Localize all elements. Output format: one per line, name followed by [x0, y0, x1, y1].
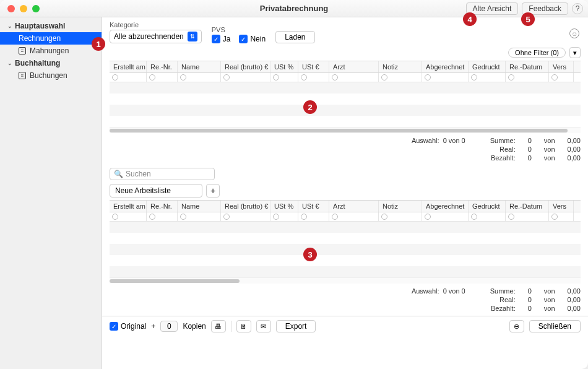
col-notiz[interactable]: Notiz	[379, 61, 422, 72]
search-icon	[112, 74, 118, 80]
mail-button[interactable]: ✉	[256, 320, 271, 332]
annotation-badge-3: 3	[303, 248, 317, 261]
col-ustp[interactable]: USt %	[270, 61, 298, 72]
horizontal-scrollbar[interactable]	[110, 127, 581, 133]
filter-cell[interactable]	[379, 73, 422, 82]
filter-cell[interactable]	[178, 73, 221, 82]
lower-summary: Auswahl: 0 von 0 Summe: 0 von 0,00 Real:…	[102, 284, 588, 316]
sidebar-item-label: Rechnungen	[19, 34, 61, 43]
search-input[interactable]: 🔍 Suchen	[110, 168, 215, 180]
filter-cell[interactable]	[221, 212, 270, 221]
col-erstellt[interactable]: Erstellt am	[110, 61, 147, 72]
col-gedr[interactable]: Gedruckt	[469, 61, 506, 72]
sidebar-item-label: Mahnungen	[30, 46, 69, 55]
filter-cell[interactable]	[270, 73, 298, 82]
bezahlt-label: Bezahlt:	[490, 305, 516, 312]
col-vers[interactable]: Vers	[549, 61, 574, 72]
col-real[interactable]: Real (brutto) €	[221, 61, 270, 72]
search-icon	[180, 214, 186, 220]
filter-cell[interactable]	[506, 212, 549, 221]
col-name[interactable]: Name	[178, 61, 221, 72]
sidebar-item-buchungen[interactable]: ≡ Buchungen	[0, 69, 102, 82]
filter-icon[interactable]: ▾	[569, 47, 581, 58]
filter-cell[interactable]	[422, 212, 469, 221]
search-icon	[332, 74, 338, 80]
col-uste[interactable]: USt €	[298, 61, 329, 72]
col-arzt[interactable]: Arzt	[329, 61, 379, 72]
filter-cell[interactable]	[549, 212, 574, 221]
sidebar-item-rechnungen[interactable]: Rechnungen	[0, 32, 102, 45]
col-gedr[interactable]: Gedruckt	[469, 201, 506, 212]
filter-cell[interactable]	[549, 73, 574, 82]
filter-cell[interactable]	[147, 73, 178, 82]
search-icon	[425, 214, 431, 220]
col-name[interactable]: Name	[178, 201, 221, 212]
pvs-nein-checkbox[interactable]: ✓ Nein	[239, 35, 266, 43]
original-checkbox[interactable]: ✓ Original	[110, 322, 146, 331]
pvs-ja-checkbox[interactable]: ✓ Ja	[212, 35, 231, 43]
sidebar-group-buchhaltung[interactable]: ⌄ Buchhaltung	[0, 57, 102, 69]
worklist-input[interactable]	[110, 184, 202, 198]
col-ustp[interactable]: USt %	[270, 201, 298, 212]
filter-cell[interactable]	[110, 73, 147, 82]
filter-cell[interactable]	[298, 73, 329, 82]
col-notiz[interactable]: Notiz	[379, 201, 422, 212]
smiley-icon[interactable]: ☺	[569, 28, 579, 38]
filter-cell[interactable]	[147, 212, 178, 221]
sidebar-item-mahnungen[interactable]: ≡ Mahnungen	[0, 45, 102, 57]
scrollbar-thumb[interactable]	[110, 279, 240, 283]
checkbox-label: Nein	[250, 35, 266, 43]
kategorie-select[interactable]: Alle abzurechnenden ⇅	[110, 30, 202, 43]
add-worklist-button[interactable]: +	[206, 184, 220, 198]
search-icon	[301, 74, 307, 80]
kopien-input[interactable]	[160, 321, 178, 332]
help-button[interactable]: ?	[572, 3, 583, 14]
col-redat[interactable]: Re.-Datum	[506, 61, 549, 72]
filter-cell[interactable]	[469, 73, 506, 82]
col-vers[interactable]: Vers	[549, 201, 574, 212]
load-button[interactable]: Laden	[275, 31, 314, 43]
filter-cell[interactable]	[506, 73, 549, 82]
filter-cell[interactable]	[298, 212, 329, 221]
col-abger[interactable]: Abgerechnet	[422, 61, 469, 72]
ohne-filter-button[interactable]: Ohne Filter (0)	[508, 48, 566, 58]
summe-label: Summe:	[490, 137, 516, 144]
col-arzt[interactable]: Arzt	[329, 201, 379, 212]
search-icon	[223, 214, 230, 220]
filter-cell[interactable]	[110, 212, 147, 221]
close-button[interactable]: Schließen	[529, 320, 581, 332]
col-erstellt[interactable]: Erstellt am	[110, 201, 147, 212]
scrollbar-thumb[interactable]	[110, 129, 568, 132]
col-renr[interactable]: Re.-Nr.	[147, 61, 178, 72]
zoom-window-icon[interactable]	[32, 5, 40, 12]
annotation-badge-5: 5	[521, 12, 535, 26]
document-button[interactable]: 🗎	[236, 320, 251, 332]
col-renr[interactable]: Re.-Nr.	[147, 201, 178, 212]
von-label: von	[544, 145, 555, 153]
horizontal-scrollbar[interactable]	[110, 277, 581, 284]
col-redat[interactable]: Re.-Datum	[506, 201, 549, 212]
print-button[interactable]: 🖶	[211, 320, 226, 332]
filter-cell[interactable]	[329, 73, 379, 82]
filter-cell[interactable]	[379, 212, 422, 221]
filter-cell[interactable]	[178, 212, 221, 221]
real-v2: 0,00	[568, 296, 581, 303]
remove-button[interactable]: ⊖	[509, 320, 524, 332]
filter-cell[interactable]	[221, 73, 270, 82]
filter-cell[interactable]	[422, 73, 469, 82]
auswahl-label: Auswahl:	[412, 137, 439, 144]
col-abger[interactable]: Abgerechnet	[422, 201, 469, 212]
checkbox-label: Ja	[223, 35, 231, 43]
search-icon	[471, 74, 477, 80]
filter-cell[interactable]	[469, 212, 506, 221]
filter-cell[interactable]	[270, 212, 298, 221]
search-icon	[273, 74, 279, 80]
summe-v2: 0,00	[568, 137, 581, 144]
filter-cell[interactable]	[329, 212, 379, 221]
close-window-icon[interactable]	[7, 5, 15, 12]
col-uste[interactable]: USt €	[298, 201, 329, 212]
sidebar-group-hauptauswahl[interactable]: ⌄ Hauptauswahl	[0, 20, 102, 32]
minimize-window-icon[interactable]	[20, 5, 27, 12]
col-real[interactable]: Real (brutto) €	[221, 201, 270, 212]
export-button[interactable]: Export	[276, 320, 316, 332]
